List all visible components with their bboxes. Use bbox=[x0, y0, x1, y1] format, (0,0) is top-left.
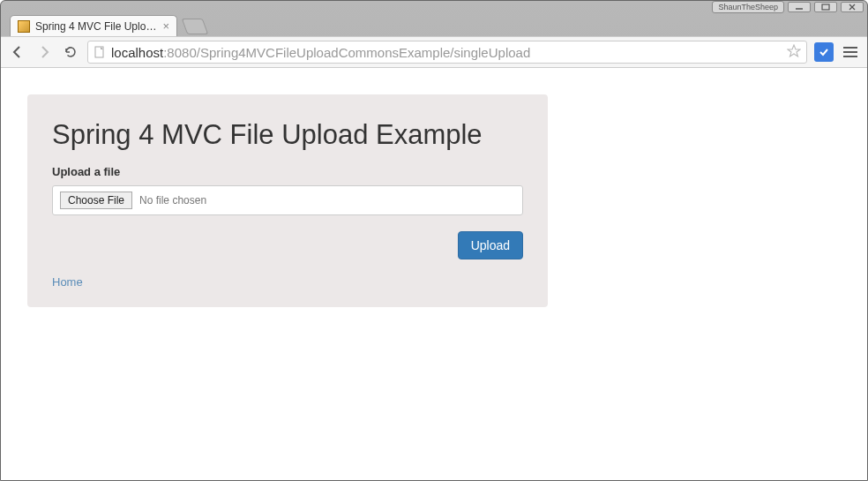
star-icon bbox=[787, 44, 801, 58]
hamburger-icon bbox=[843, 47, 857, 49]
browser-menu-button[interactable] bbox=[841, 42, 860, 62]
tab-title: Spring 4 MVC File Upload bbox=[35, 20, 157, 33]
close-window-button[interactable] bbox=[841, 2, 864, 12]
tab-close-button[interactable]: × bbox=[162, 19, 169, 33]
svg-rect-1 bbox=[822, 4, 829, 10]
favicon-icon bbox=[18, 20, 30, 33]
maximize-icon bbox=[821, 4, 830, 11]
upload-panel: Spring 4 MVC File Upload Example Upload … bbox=[27, 94, 548, 307]
minimize-button[interactable] bbox=[788, 2, 811, 12]
home-link[interactable]: Home bbox=[52, 275, 83, 289]
new-tab-button[interactable] bbox=[182, 19, 209, 34]
window-user-tag: ShaunTheSheep bbox=[712, 1, 784, 13]
url-host: localhost bbox=[111, 45, 163, 60]
browser-toolbar: localhost:8080/Spring4MVCFileUploadCommo… bbox=[1, 36, 867, 68]
minimize-icon bbox=[795, 4, 804, 11]
browser-window: ShaunTheSheep Spring 4 MVC File Upload × bbox=[0, 0, 868, 481]
arrow-right-icon bbox=[37, 45, 51, 59]
url-path: :8080/Spring4MVCFileUploadCommonsExample… bbox=[163, 45, 530, 60]
page-heading: Spring 4 MVC File Upload Example bbox=[52, 119, 523, 151]
choose-file-button[interactable]: Choose File bbox=[60, 192, 132, 209]
maximize-button[interactable] bbox=[814, 2, 837, 12]
reload-button[interactable] bbox=[61, 42, 80, 62]
page-icon bbox=[94, 46, 106, 58]
upload-button[interactable]: Upload bbox=[458, 231, 523, 259]
bookmark-star-button[interactable] bbox=[787, 44, 801, 61]
reload-icon bbox=[64, 45, 78, 59]
file-status-text: No file chosen bbox=[139, 194, 206, 207]
forward-button[interactable] bbox=[34, 42, 54, 62]
window-titlebar: ShaunTheSheep bbox=[1, 1, 867, 13]
extension-button[interactable] bbox=[814, 42, 834, 62]
page-viewport: Spring 4 MVC File Upload Example Upload … bbox=[1, 68, 867, 480]
file-input[interactable]: Choose File No file chosen bbox=[52, 185, 523, 215]
close-icon bbox=[848, 4, 857, 11]
back-button[interactable] bbox=[8, 42, 27, 62]
arrow-left-icon bbox=[11, 45, 25, 59]
url-text: localhost:8080/Spring4MVCFileUploadCommo… bbox=[111, 45, 782, 60]
address-bar[interactable]: localhost:8080/Spring4MVCFileUploadCommo… bbox=[87, 41, 807, 64]
browser-tab[interactable]: Spring 4 MVC File Upload × bbox=[10, 15, 177, 36]
button-row: Upload bbox=[52, 231, 523, 259]
tab-strip: Spring 4 MVC File Upload × bbox=[1, 13, 867, 36]
check-icon bbox=[819, 47, 829, 57]
file-input-label: Upload a file bbox=[52, 165, 523, 178]
